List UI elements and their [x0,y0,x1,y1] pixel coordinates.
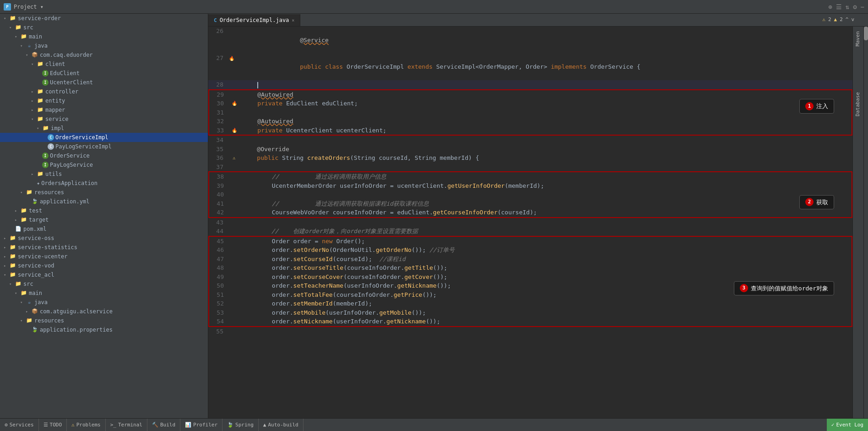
right-panel: Maven Database [852,27,863,418]
status-todo[interactable]: ☰ TODO [39,419,67,431]
tree-item-service-acl[interactable]: ▾ 📁 service_acl [0,270,208,279]
status-spring[interactable]: 🍃 Spring [222,419,259,431]
code-line-29: 29 @Autowired [209,90,852,99]
services-icon: ⚙ [5,422,8,428]
eventlog-icon: ✓ [831,422,835,428]
tab-bar: C OrderServiceImpl.java × ⚠ 2 ▲ 2 ^ v [208,14,868,27]
code-line-53: 53 order.setMobile(userInfoOrder.getMobi… [209,308,852,317]
tree-item-target[interactable]: ▸ 📁 target [0,215,208,224]
code-line-36: 36 ⚠ public String createOrders(String c… [208,153,852,163]
autobuild-icon: ▲ [263,422,266,428]
tree-item-paylogservice[interactable]: ▸ I PayLogService [0,160,208,169]
callout-inject: 1 注入 [799,99,834,114]
code-line-55: 55 [208,327,852,336]
tree-item-ordersapplication[interactable]: ▸ ✦ OrdersApplication [0,179,208,188]
tree-item-java2[interactable]: ▾ ☕ java [0,298,208,307]
project-icon: P [4,3,11,11]
toolbar-icon-arrows[interactable]: ⇅ [846,3,849,11]
tree-item-controller[interactable]: ▸ 📁 controller [0,87,208,96]
tree-item-service-statistics[interactable]: ▸ 📁 service-statistics [0,243,208,252]
tree-item-pom-xml[interactable]: ▸ 📄 pom.xml [0,224,208,234]
code-line-35: 35 @Override [208,145,852,154]
code-line-31: 31 [209,108,852,117]
code-line-44: 44 // 创建order对象，向order对象里设置需要数据 [208,227,852,236]
todo-icon: ☰ [43,422,48,428]
tree-item-src[interactable]: ▾ 📁 src [0,23,208,32]
tree-item-impl[interactable]: ▾ 📁 impl [0,124,208,133]
toolbar-icon-globe[interactable]: ⊕ [828,3,832,11]
code-line-41: 41 // 通过远程调用获取根据课程id获取课程信息 [209,199,852,208]
profiler-icon: 📊 [185,422,191,428]
status-bar: ⚙ Services ☰ TODO ⚠ Problems >_ Terminal… [0,418,868,431]
tree-item-resources2[interactable]: ▾ 📁 resources [0,316,208,325]
tree-item-service-oss[interactable]: ▸ 📁 service-oss [0,234,208,243]
title-bar-left: P Project ▾ [4,3,43,11]
main-area: ▾ 📁 service-order ▾ 📁 src ▾ 📁 main ▾ [0,14,868,418]
code-lines-redbox3: 45 Order order = new Order(); 46 [208,236,852,327]
code-line-37: 37 [208,163,852,172]
build-label: Build [160,422,175,428]
tree-item-service[interactable]: ▾ 📁 service [0,115,208,124]
tree-item-service-vod[interactable]: ▸ 📁 service-vod [0,261,208,270]
tree-item-service-ucenter[interactable]: ▸ 📁 service-ucenter [0,252,208,261]
status-profiler[interactable]: 📊 Profiler [180,419,222,431]
toolbar-icon-gear[interactable]: ⚙ [853,3,857,11]
title-bar: P Project ▾ ⊕ ☰ ⇅ ⚙ − [0,0,868,14]
code-table: 26 @Service 27 🔥 [208,27,852,336]
code-line-39: 39 UcenterMemberOrder userInfoOrder = uc… [209,181,852,191]
tree-item-utils[interactable]: ▸ 📁 utils [0,169,208,179]
tree-item-com-atguigu[interactable]: ▸ 📦 com.atguigu.aclservice [0,307,208,316]
code-scroll-area[interactable]: 26 @Service 27 🔥 [208,27,852,418]
terminal-icon: >_ [110,422,116,428]
profiler-label: Profiler [193,422,217,428]
tree-item-educlient[interactable]: ▸ I EduClient [0,69,208,78]
code-line-30: 30 🔥 private EduClient eduClient; [209,99,852,108]
tree-item-ucenterclient[interactable]: ▸ I UcenterClient [0,78,208,87]
tab-orderserviceimpl[interactable]: C OrderServiceImpl.java × [208,14,300,26]
code-line-49: 49 order.setCourseCover(courseInfoOrder.… [209,273,852,282]
spring-label: Spring [235,422,254,428]
toolbar-icon-minus[interactable]: − [861,3,864,11]
callout-assign-text: 查询到的值赋值给order对象 [751,284,828,293]
tree-item-orderserviceimpl[interactable]: ▸ C OrderServiceImpl [0,133,208,142]
toolbar-icon-list[interactable]: ☰ [836,3,842,11]
tree-item-java[interactable]: ▾ ☕ java [0,41,208,50]
code-line-34: 34 [208,136,852,145]
editor-area: C OrderServiceImpl.java × ⚠ 2 ▲ 2 ^ v [208,14,868,418]
tree-item-entity[interactable]: ▸ 📁 entity [0,96,208,105]
tree-item-main[interactable]: ▾ 📁 main [0,32,208,41]
tree-item-test[interactable]: ▸ 📁 test [0,206,208,215]
code-line-47: 47 order.setCourseId(courseId); //课程id [209,255,852,264]
tree-item-service-order[interactable]: ▾ 📁 service-order [0,14,208,23]
database-label[interactable]: Database [853,87,863,121]
tree-item-mapper[interactable]: ▸ 📁 mapper [0,105,208,115]
tree-item-resources[interactable]: ▾ 📁 resources [0,188,208,197]
code-line-27: 27 🔥 public class OrderServiceImpl exten… [208,54,852,81]
tree-item-application-props[interactable]: ▸ 🍃 application.properties [0,325,208,334]
status-autobuild[interactable]: ▲ Auto-build [259,419,304,431]
tree-item-application-yml[interactable]: ▸ 🍃 application.yml [0,197,208,206]
error-count: 2 [840,16,843,22]
status-problems[interactable]: ⚠ Problems [67,419,106,431]
status-eventlog[interactable]: ✓ Event Log [827,419,868,431]
right-scrollbar[interactable] [863,27,868,418]
error-icon: ▲ [834,16,837,22]
tree-item-package[interactable]: ▾ 📦 com.caq.eduorder [0,50,208,60]
tree-item-orderservice[interactable]: ▸ I OrderService [0,151,208,160]
status-services[interactable]: ⚙ Services [0,419,39,431]
tree-item-paylogserviceimpl[interactable]: ▸ C PayLogServiceImpl [0,142,208,151]
nav-up-button[interactable]: ^ [846,16,849,22]
status-terminal[interactable]: >_ Terminal [106,419,147,431]
code-line-26: 26 @Service [208,27,852,54]
code-line-54: 54 order.setNickname(userInfoOrder.getNi… [209,317,852,327]
nav-down-button[interactable]: v [851,16,854,22]
sidebar: ▾ 📁 service-order ▾ 📁 src ▾ 📁 main ▾ [0,14,208,418]
tree-item-client[interactable]: ▾ 📁 client [0,60,208,69]
tree-item-src2[interactable]: ▾ 📁 src [0,279,208,289]
problems-label: Problems [76,422,101,428]
code-line-43: 43 [208,218,852,227]
tree-item-main2[interactable]: ▾ 📁 main [0,289,208,298]
maven-label[interactable]: Maven [853,27,863,51]
tab-close-button[interactable]: × [292,18,294,23]
status-build[interactable]: 🔨 Build [147,419,180,431]
